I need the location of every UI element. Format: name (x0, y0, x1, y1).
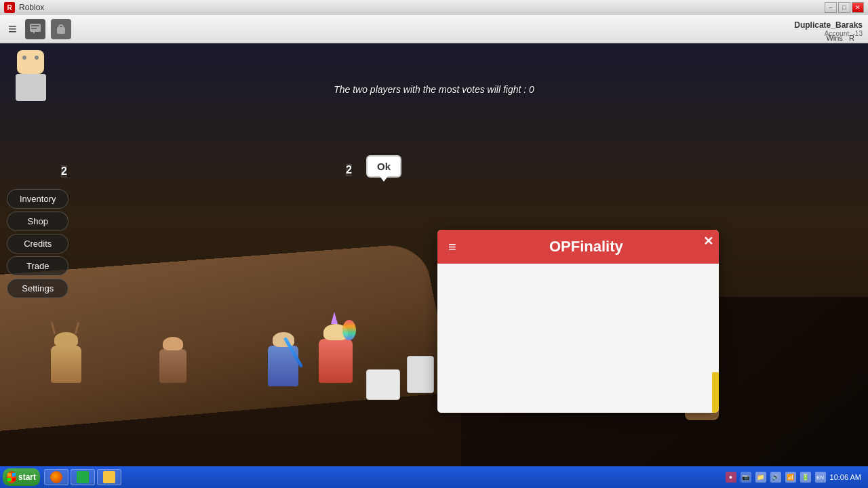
avatar-head (17, 50, 44, 74)
credits-button[interactable]: Credits (7, 234, 68, 253)
shop-button[interactable]: Shop (7, 211, 68, 231)
vote-tag-2: 2 (346, 164, 352, 176)
svg-rect-2 (31, 28, 37, 29)
trade-button[interactable]: Trade (7, 256, 68, 276)
volume-icon: 🔊 (770, 472, 781, 483)
taskbar-app-explorer[interactable] (97, 469, 121, 485)
taskbar-apps (44, 469, 121, 485)
toolbar-wins: Wins R (826, 34, 854, 42)
toolbar-username: Duplicate_Baraks (794, 20, 863, 30)
language-icon: EN (815, 472, 826, 483)
modal-body (437, 264, 719, 413)
camera-icon: 📷 (741, 472, 751, 483)
toolbar-chat-icon[interactable] (25, 19, 45, 39)
avatar-display (7, 50, 54, 104)
svg-rect-6 (12, 473, 16, 476)
modal-close-button[interactable]: ✕ (703, 235, 713, 247)
game-ui: The two players with the most votes will… (0, 43, 868, 488)
inventory-button[interactable]: Inventory (7, 189, 68, 209)
modal-title: OPFinality (465, 238, 708, 256)
side-buttons: Inventory Shop Credits Trade Settings (7, 189, 68, 298)
modal-scrollbar[interactable] (712, 372, 719, 413)
toolbar-backpack-icon[interactable] (51, 19, 71, 39)
battery-icon: 🔋 (800, 472, 811, 483)
svg-rect-8 (12, 478, 16, 481)
settings-button[interactable]: Settings (7, 279, 68, 298)
svg-rect-1 (31, 25, 39, 26)
minimize-button[interactable]: − (825, 2, 837, 13)
taskbar-app-firefox[interactable] (44, 469, 68, 485)
toolbar-hamburger-icon[interactable]: ≡ (5, 20, 20, 38)
taskbar-time: 10:06 AM (830, 473, 861, 481)
wins-icon: R (849, 34, 854, 42)
vote-text: The two players with the most votes will… (334, 84, 534, 95)
network-icon: 📶 (785, 472, 796, 483)
start-button[interactable]: start (3, 468, 40, 486)
modal-overlay: ≡ OPFinality ✕ (437, 230, 719, 413)
maximize-button[interactable]: □ (838, 2, 850, 13)
folder-icon: 📁 (755, 472, 766, 483)
svg-rect-7 (7, 478, 11, 481)
explorer-icon (103, 471, 115, 483)
start-label: start (18, 472, 36, 482)
taskbar-right: ● 📷 📁 🔊 📶 🔋 EN 10:06 AM (726, 472, 865, 483)
firefox-icon (50, 471, 62, 483)
close-button[interactable]: ✕ (852, 2, 864, 13)
vote-tag-1: 2 (61, 165, 67, 178)
taskbar: start ● 📷 📁 🔊 📶 🔋 EN 10:06 AM (0, 466, 868, 488)
modal-hamburger-icon[interactable]: ≡ (448, 239, 456, 255)
toolbar: ≡ Duplicate_Baraks Account: -13 Wins R (0, 15, 868, 43)
record-icon: ● (726, 472, 736, 483)
avatar-body (16, 74, 46, 101)
svg-rect-4 (57, 27, 65, 34)
svg-rect-5 (7, 473, 11, 476)
taskbar-app-roblox[interactable] (71, 469, 95, 485)
title-bar-icon: R (4, 2, 15, 13)
ok-bubble: Ok (366, 155, 401, 178)
roblox-taskbar-icon (77, 471, 89, 483)
title-bar: R Roblox − □ ✕ (0, 0, 868, 15)
title-bar-controls: − □ ✕ (825, 2, 864, 13)
windows-logo (7, 471, 16, 483)
wins-label: Wins (826, 34, 842, 42)
modal-header: ≡ OPFinality ✕ (437, 230, 719, 264)
ok-button[interactable]: Ok (366, 155, 401, 178)
svg-marker-3 (33, 32, 35, 34)
title-bar-title: Roblox (19, 3, 44, 12)
